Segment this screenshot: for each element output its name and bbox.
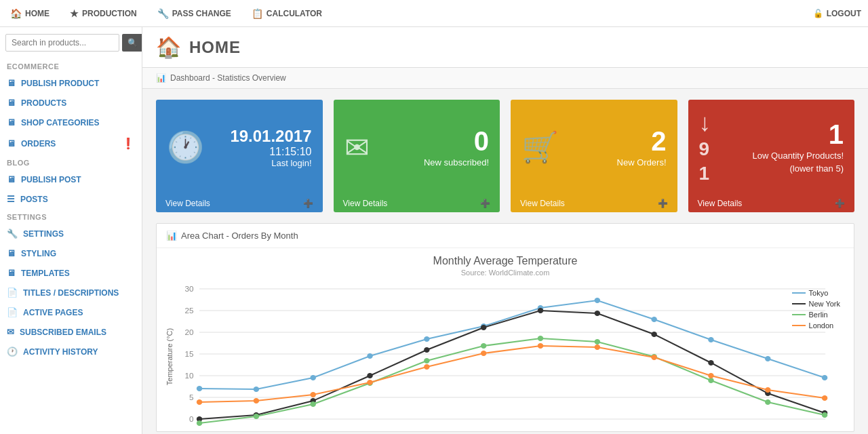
dashboard-icon: 📊: [156, 73, 166, 83]
svg-text:20: 20: [185, 328, 194, 336]
chart-svg: 30 25 20 15 10 5 0 Temperature (°C): [163, 282, 847, 431]
sidebar-item-active-pages[interactable]: 📄 ACTIVE PAGES: [0, 302, 142, 322]
bar-chart-icon: 📊: [166, 231, 177, 241]
stat-card-login: 🕐 19.01.2017 11:15:10 Last login! View D…: [156, 100, 323, 212]
svg-point-51: [197, 399, 202, 405]
legend-label-london: London: [809, 321, 834, 330]
nav-home[interactable]: 🏠 HOME: [7, 8, 53, 19]
svg-point-46: [595, 339, 600, 344]
home-building-icon: 🏠: [156, 35, 181, 59]
svg-text:0: 0: [189, 415, 193, 423]
legend-tokyo: Tokyo: [792, 289, 840, 297]
wrench-icon: 🔧: [157, 8, 169, 19]
svg-point-15: [197, 386, 202, 391]
stat-card-subscribed: ✉ 0 New subscribed! View Details ➕: [334, 100, 500, 212]
sidebar-item-publish-product[interactable]: 🖥 PUBLISH PRODUCT: [0, 73, 142, 93]
view-details-orders[interactable]: View Details ➕: [511, 195, 677, 212]
search-button[interactable]: 🔍: [122, 34, 142, 52]
arrow-icon: ➕: [480, 199, 490, 208]
lowqty-label: Low Quantity Products!: [753, 151, 844, 161]
svg-point-58: [595, 344, 600, 350]
svg-text:10: 10: [185, 372, 194, 380]
sidebar: 🔍 ECOMMERCE 🖥 PUBLISH PRODUCT 🖥 PRODUCTS…: [0, 27, 142, 434]
stat-card-datetime: 19.01.2017 11:15:10 Last login!: [230, 127, 311, 168]
sidebar-item-label: SETTINGS: [23, 229, 64, 239]
legend-newyork: New York: [792, 300, 840, 308]
sidebar-item-styling[interactable]: 🖥 STYLING: [0, 243, 142, 263]
cart-icon: 🛒: [521, 130, 559, 165]
arrow-icon: ➕: [658, 199, 668, 208]
sidebar-item-settings[interactable]: 🔧 SETTINGS: [0, 224, 142, 243]
document-icon: 📄: [7, 307, 18, 317]
nav-production[interactable]: ★ PRODUCTION: [66, 8, 140, 19]
calculator-icon: 📋: [252, 8, 263, 19]
login-label: Last login!: [230, 158, 311, 168]
svg-point-62: [822, 395, 827, 401]
sidebar-item-templates[interactable]: 🖥 TEMPLATES: [0, 263, 142, 283]
svg-point-39: [197, 420, 202, 426]
sidebar-item-shop-categories[interactable]: 🖥 SHOP CATEGORIES: [0, 113, 142, 132]
nav-calculator-label: CALCULATOR: [267, 9, 322, 18]
breadcrumb: 📊 Dashboard - Statistics Overview: [142, 68, 868, 89]
email-icon: ✉: [344, 130, 370, 165]
chart-section: 📊 Area Chart - Orders By Month Monthly A…: [156, 223, 854, 432]
arrow-icon: ➕: [835, 199, 845, 208]
login-time: 11:15:10: [230, 146, 311, 158]
chart-area: 30 25 20 15 10 5 0 Temperature (°C): [163, 282, 847, 431]
chart-header: 📊 Area Chart - Orders By Month: [157, 224, 854, 248]
svg-point-22: [595, 298, 600, 303]
sidebar-item-subscribed-emails[interactable]: ✉ SUBSCRIBED EMAILS: [0, 322, 142, 342]
monitor-icon: 🖥: [7, 78, 16, 88]
email-icon: ✉: [7, 327, 14, 337]
view-details-label: View Details: [698, 199, 743, 208]
nav-pass-change[interactable]: 🔧 PASS CHANGE: [154, 8, 235, 19]
svg-text:5: 5: [189, 393, 193, 401]
svg-point-57: [538, 343, 543, 349]
svg-point-53: [310, 392, 315, 397]
stat-card-values: 0 New subscribed!: [424, 127, 489, 167]
view-details-subscribed[interactable]: View Details ➕: [334, 195, 500, 212]
low-qty-icon: ↓91: [699, 111, 711, 184]
sidebar-item-label: SUBSCRIBED EMAILS: [20, 328, 106, 337]
svg-point-50: [822, 412, 827, 418]
legend-line-tokyo: [792, 292, 806, 294]
chart-body: Monthly Average Temperature Source: Worl…: [157, 248, 854, 431]
main-content: 🏠 HOME 📊 Dashboard - Statistics Overview…: [142, 27, 868, 434]
nav-calculator[interactable]: 📋 CALCULATOR: [248, 8, 326, 19]
chart-legend: Tokyo New York Berlin London: [792, 289, 840, 332]
star-icon: ★: [70, 8, 79, 19]
sidebar-item-label: ORDERS: [21, 139, 56, 149]
svg-point-19: [424, 336, 429, 342]
svg-point-35: [651, 332, 656, 337]
sidebar-item-label: ACTIVITY HISTORY: [23, 347, 98, 357]
legend-line-london: [792, 325, 806, 326]
sidebar-item-orders[interactable]: 🖥 ORDERS ❗: [0, 132, 142, 155]
sidebar-item-titles-descriptions[interactable]: 📄 TITLES / DESCRIPTIONS: [0, 283, 142, 302]
svg-point-49: [765, 399, 770, 405]
stat-card-body: ✉ 0 New subscribed!: [334, 100, 500, 195]
sidebar-item-label: PUBLISH POST: [21, 175, 81, 184]
sidebar-item-label: ACTIVE PAGES: [23, 308, 83, 317]
view-details-lowqty[interactable]: View Details ➕: [688, 195, 855, 212]
sidebar-item-products[interactable]: 🖥 PRODUCTS: [0, 93, 142, 113]
main-header: 🏠 HOME: [142, 27, 868, 68]
legend-berlin: Berlin: [792, 311, 840, 319]
svg-point-36: [708, 360, 713, 366]
view-details-label: View Details: [165, 199, 210, 208]
logout-icon: 🔓: [813, 9, 823, 18]
sidebar-item-publish-post[interactable]: 🖥 PUBLISH POST: [0, 170, 142, 189]
monitor-icon: 🖥: [7, 248, 16, 258]
svg-point-33: [538, 308, 543, 313]
chart-subtitle: Source: WorldClimate.com: [163, 269, 847, 277]
logout-button[interactable]: 🔓 LOGOUT: [813, 9, 861, 18]
view-details-login[interactable]: View Details ➕: [156, 195, 323, 212]
legend-label-tokyo: Tokyo: [809, 289, 829, 297]
monitor-icon: 🖥: [7, 98, 16, 108]
sidebar-item-label: PUBLISH PRODUCT: [21, 79, 99, 88]
svg-text:25: 25: [185, 307, 194, 315]
sidebar-item-posts[interactable]: ☰ POSTS: [0, 189, 142, 209]
nav-items: 🏠 HOME ★ PRODUCTION 🔧 PASS CHANGE 📋 CALC…: [7, 8, 813, 19]
sidebar-item-activity-history[interactable]: 🕐 ACTIVITY HISTORY: [0, 342, 142, 361]
svg-point-61: [765, 387, 770, 393]
search-input[interactable]: [5, 34, 119, 52]
